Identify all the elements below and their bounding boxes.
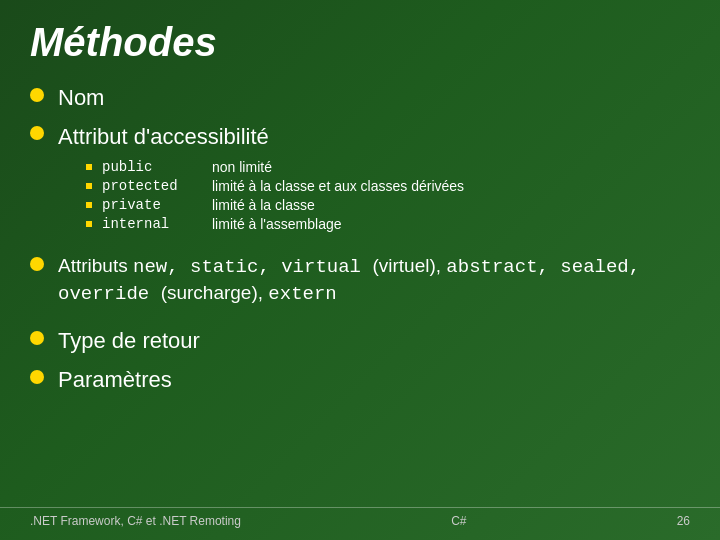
access-bullet-protected [86,183,92,189]
access-bullet-private [86,202,92,208]
bullet-dot-retour [30,331,44,345]
attributs-override: override [58,283,161,305]
attributs-surcharge: (surcharge), [161,282,269,303]
access-row-private: private limité à la classe [86,197,464,213]
footer-right: 26 [677,514,690,528]
attributs-line2: override (surcharge), extern [58,280,640,308]
retour-text: Type de retour [58,326,200,357]
footer-left: .NET Framework, C# et .NET Remoting [30,514,241,528]
slide-title: Méthodes [30,20,690,65]
access-bullet-internal [86,221,92,227]
bullet-retour: Type de retour [30,326,690,357]
bullet-params: Paramètres [30,365,690,396]
access-keyword-internal: internal [102,216,212,232]
access-row-internal: internal limité à l'assemblage [86,216,464,232]
attribut-label: Attribut d'accessibilité [58,122,464,153]
access-desc-public: non limité [212,159,272,175]
access-desc-private: limité à la classe [212,197,315,213]
access-row-public: public non limité [86,159,464,175]
access-keyword-private: private [102,197,212,213]
access-bullet-public [86,164,92,170]
bullet-dot-nom [30,88,44,102]
nom-text: Nom [58,83,104,114]
attributs-keywords1: new, static, virtual [133,256,372,278]
access-keyword-protected: protected [102,178,212,194]
attributs-keywords2: abstract, sealed, [446,256,640,278]
footer: .NET Framework, C# et .NET Remoting C# 2… [0,507,720,528]
access-desc-internal: limité à l'assemblage [212,216,342,232]
access-keyword-public: public [102,159,212,175]
attributs-content: Attributs new, static, virtual (virtuel)… [58,253,640,308]
bullet-dot-attributs [30,257,44,271]
params-text: Paramètres [58,365,172,396]
attributs-virtuel: (virtuel), [372,255,446,276]
attributs-extern: extern [268,283,336,305]
bullet-dot-params [30,370,44,384]
bullet-attributs: Attributs new, static, virtual (virtuel)… [30,253,690,308]
bullet-attribut: Attribut d'accessibilité public non limi… [30,122,690,243]
bullet-dot-attribut [30,126,44,140]
access-desc-protected: limité à la classe et aux classes dérivé… [212,178,464,194]
slide: Méthodes Nom Attribut d'accessibilité pu… [0,0,720,540]
access-row-protected: protected limité à la classe et aux clas… [86,178,464,194]
access-table: public non limité protected limité à la … [86,159,464,235]
footer-center: C# [451,514,466,528]
attributs-line1: Attributs new, static, virtual (virtuel)… [58,253,640,281]
attributs-prefix: Attributs [58,255,133,276]
bullet-nom: Nom [30,83,690,114]
